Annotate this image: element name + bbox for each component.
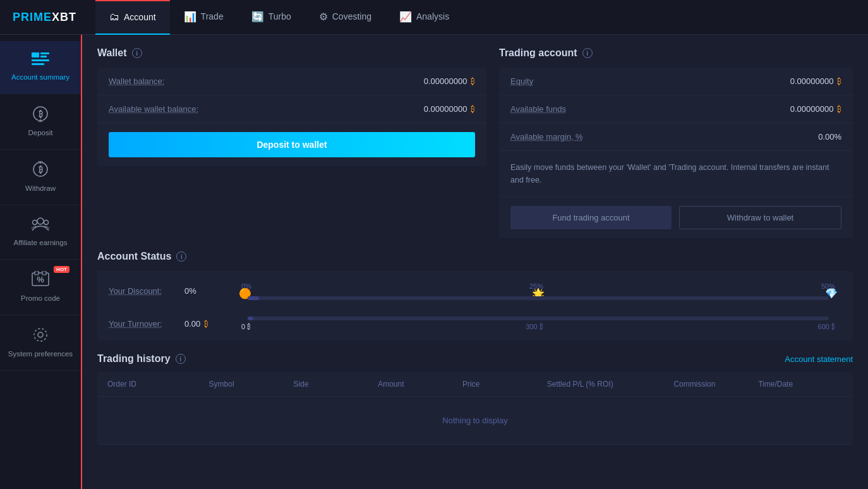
affiliate-icon: [32, 217, 49, 234]
account-status-title: Account Status i: [97, 251, 853, 262]
withdraw-to-wallet-button[interactable]: Withdraw to wallet: [679, 206, 841, 229]
available-funds-btc: ₿: [837, 104, 841, 114]
wallet-balance-btc: ₿: [471, 76, 475, 86]
turnover-markers: 0 ₿ 300 ₿ 600 ₿: [241, 323, 835, 330]
table-empty-message: Nothing to display: [97, 397, 853, 444]
discount-label[interactable]: Your Discount:: [109, 286, 184, 296]
nav-item-covesting[interactable]: ⚙ Covesting: [305, 0, 385, 35]
svg-rect-2: [40, 56, 47, 57]
svg-rect-0: [32, 52, 39, 57]
turnover-progress-fill: [248, 317, 253, 320]
available-wallet-label[interactable]: Available wallet balance:: [109, 104, 198, 114]
sidebar-label-system: System preferences: [8, 349, 73, 359]
wallet-section: Wallet i Wallet balance: 0.00000000 ₿ Av…: [97, 47, 486, 238]
trading-history-title: Trading history i: [97, 353, 186, 365]
trading-buttons: Fund trading account Withdraw to wallet: [499, 197, 853, 238]
sidebar-item-deposit[interactable]: ₿ Deposit: [0, 94, 81, 150]
nav-label-trade: Trade: [201, 11, 224, 21]
sidebar-item-account-summary[interactable]: Account summary: [0, 41, 81, 94]
discount-row: Your Discount: 0% 0% 25% 50% 🟠: [109, 281, 841, 300]
wallet-title-text: Wallet: [97, 47, 127, 59]
sidebar-item-affiliate[interactable]: Affiliate earnings: [0, 205, 81, 260]
sidebar-item-system[interactable]: System preferences: [0, 315, 81, 371]
available-funds-value: 0.00000000 ₿: [790, 104, 841, 114]
table-header-row: Order ID Symbol Side Amount Price Settle…: [97, 372, 853, 397]
sidebar-label-promo: Promo code: [21, 294, 60, 303]
turnover-marker-600: 600 ₿: [818, 323, 835, 330]
equity-label[interactable]: Equity: [510, 76, 533, 86]
top-nav-items: 🗂 Account 📊 Trade 🔄 Turbo ⚙ Covesting 📈 …: [95, 0, 463, 35]
covesting-icon: ⚙: [319, 11, 328, 23]
svg-rect-3: [32, 59, 49, 61]
available-funds-label[interactable]: Available funds: [510, 104, 566, 114]
sidebar-label-affiliate: Affiliate earnings: [14, 238, 68, 248]
top-nav: PRIMEXBT 🗂 Account 📊 Trade 🔄 Turbo ⚙ Cov…: [0, 0, 868, 35]
svg-point-9: [37, 218, 44, 224]
nav-label-covesting: Covesting: [332, 11, 371, 21]
available-wallet-btc: ₿: [471, 104, 475, 114]
nav-label-analysis: Analysis: [416, 11, 449, 21]
account-status-section: Account Status i Your Discount: 0% 0% 25…: [97, 251, 853, 341]
nav-label-account: Account: [124, 12, 156, 22]
discount-progress-area: 0% 25% 50% 🟠 🌟 💎: [241, 296, 835, 300]
svg-point-16: [38, 332, 43, 337]
trading-account-title: Trading account i: [499, 47, 853, 59]
account-statement-link[interactable]: Account statement: [785, 354, 853, 364]
trading-account-card: Equity 0.00000000 ₿ Available funds 0.00…: [499, 68, 853, 238]
nav-label-turbo: Turbo: [268, 11, 291, 21]
nav-item-account[interactable]: 🗂 Account: [95, 0, 170, 35]
wallet-balance-row: Wallet balance: 0.00000000 ₿: [97, 68, 486, 95]
fund-trading-account-button[interactable]: Fund trading account: [510, 206, 672, 229]
table-bottom-divider: [97, 444, 853, 445]
turnover-row: Your Turnover: 0.00 ₿ 0 ₿ 300 ₿: [109, 317, 841, 330]
svg-rect-15: [42, 271, 46, 275]
equity-btc: ₿: [837, 76, 841, 86]
account-summary-icon: [32, 52, 49, 69]
trading-description: Easily move funds between your 'Wallet' …: [499, 151, 853, 197]
wallet-info-icon[interactable]: i: [132, 48, 142, 58]
equity-value: 0.00000000 ₿: [790, 76, 841, 86]
trading-history-section: Trading history i Account statement Orde…: [97, 353, 853, 445]
turnover-label[interactable]: Your Turnover:: [109, 319, 184, 329]
sidebar-item-promo[interactable]: HOT % Promo code: [0, 260, 81, 315]
top-row: Wallet i Wallet balance: 0.00000000 ₿ Av…: [97, 47, 853, 238]
wallet-title: Wallet i: [97, 47, 486, 59]
svg-point-11: [44, 220, 49, 224]
discount-track-wrap: 🟠 🌟 💎: [241, 296, 835, 300]
turnover-marker-300: 300 ₿: [526, 323, 543, 330]
discount-progress-fill: [248, 296, 259, 300]
main-layout: Account summary ₿ Deposit ₿: [0, 35, 868, 489]
trading-account-info-icon[interactable]: i: [582, 48, 593, 58]
content-area: Wallet i Wallet balance: 0.00000000 ₿ Av…: [82, 35, 868, 489]
trading-account-title-text: Trading account: [499, 47, 577, 59]
turnover-btc: ₿: [204, 319, 208, 329]
account-status-card: Your Discount: 0% 0% 25% 50% 🟠: [97, 271, 853, 341]
svg-text:₿: ₿: [39, 109, 43, 119]
col-pnl: Settled P/L (% ROI): [547, 380, 674, 389]
sidebar-item-withdraw[interactable]: ₿ Withdraw: [0, 150, 81, 205]
available-margin-label[interactable]: Available margin, %: [510, 132, 583, 142]
col-amount: Amount: [378, 380, 462, 389]
sidebar-label-withdraw: Withdraw: [25, 184, 56, 193]
nav-item-turbo[interactable]: 🔄 Turbo: [238, 0, 305, 35]
deposit-icon: ₿: [32, 106, 49, 124]
nav-item-analysis[interactable]: 📈 Analysis: [385, 0, 463, 35]
discount-labels-row: Your Discount: 0% 0% 25% 50% 🟠: [109, 281, 841, 300]
deposit-to-wallet-button[interactable]: Deposit to wallet: [109, 132, 475, 157]
hot-badge: HOT: [54, 266, 69, 273]
nav-item-trade[interactable]: 📊 Trade: [170, 0, 238, 35]
turnover-value: 0.00 ₿: [184, 319, 235, 329]
trading-history-title-text: Trading history: [97, 353, 171, 365]
sidebar-label-account-summary: Account summary: [11, 73, 69, 82]
trading-history-info-icon[interactable]: i: [176, 354, 186, 364]
available-wallet-row: Available wallet balance: 0.00000000 ₿: [97, 95, 486, 123]
trading-history-header: Trading history i Account statement: [97, 353, 853, 365]
available-wallet-value: 0.00000000 ₿: [424, 104, 475, 114]
account-status-info-icon[interactable]: i: [176, 251, 186, 262]
wallet-balance-label[interactable]: Wallet balance:: [109, 76, 164, 86]
col-timedate: Time/Date: [758, 380, 843, 389]
wallet-card: Wallet balance: 0.00000000 ₿ Available w…: [97, 68, 486, 166]
logo-xbt: XBT: [52, 11, 76, 23]
trade-icon: 📊: [184, 11, 196, 23]
col-symbol: Symbol: [209, 380, 294, 389]
